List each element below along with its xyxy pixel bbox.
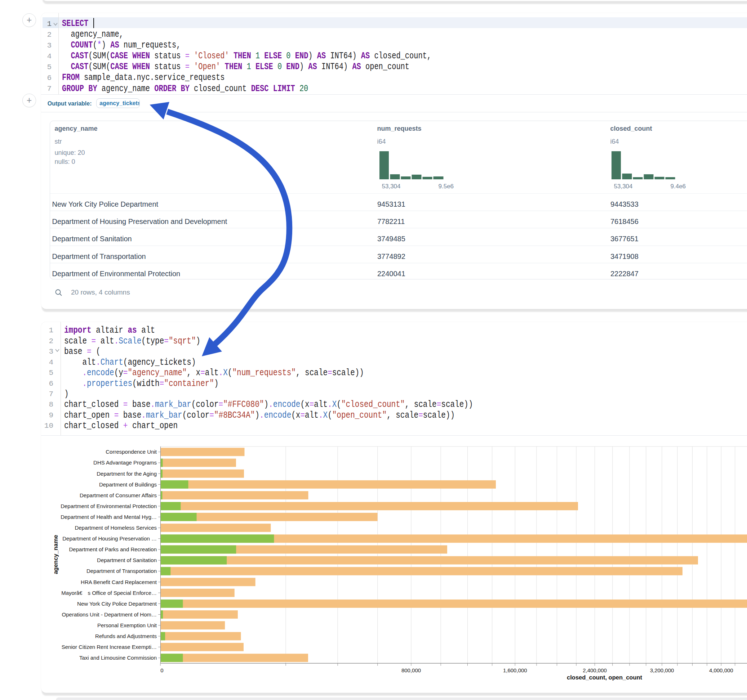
svg-text:DHS Advantage Programs: DHS Advantage Programs bbox=[93, 459, 157, 466]
svg-text:Operations Unit - Department o: Operations Unit - Department of Hom… bbox=[62, 611, 157, 617]
svg-text:agency_name: agency_name bbox=[52, 535, 59, 574]
svg-text:Department of Sanitation: Department of Sanitation bbox=[97, 557, 157, 563]
svg-text:Department of Health and Menta: Department of Health and Mental Hyg… bbox=[60, 514, 157, 520]
svg-text:3,200,000: 3,200,000 bbox=[650, 667, 674, 673]
svg-text:Department of Consumer Affairs: Department of Consumer Affairs bbox=[80, 492, 157, 498]
svg-text:0: 0 bbox=[160, 667, 163, 673]
svg-text:Department of Transportation: Department of Transportation bbox=[86, 568, 157, 574]
svg-text:Refunds and Adjustments: Refunds and Adjustments bbox=[95, 633, 157, 639]
svg-text:Senior Citizen Rent Increase E: Senior Citizen Rent Increase Exempti… bbox=[62, 644, 157, 650]
svg-text:1,600,000: 1,600,000 bbox=[503, 667, 527, 673]
svg-text:Department of Environmental Pr: Department of Environmental Protection bbox=[60, 503, 157, 509]
svg-text:800,000: 800,000 bbox=[401, 667, 421, 673]
svg-text:Department of Buildings: Department of Buildings bbox=[99, 481, 157, 487]
svg-text:closed_count, open_count: closed_count, open_count bbox=[567, 674, 643, 680]
svg-text:Mayorâ€ s Office of Special En: Mayorâ€ s Office of Special Enforce… bbox=[61, 590, 157, 596]
svg-text:Department of Parks and Recrea: Department of Parks and Recreation bbox=[69, 546, 157, 552]
svg-text:Correspondence Unit: Correspondence Unit bbox=[106, 449, 157, 455]
svg-text:New York City Police Departmen: New York City Police Department bbox=[77, 600, 157, 607]
svg-text:HRA Benefit Card Replacement: HRA Benefit Card Replacement bbox=[81, 579, 157, 585]
svg-text:Personal Exemption Unit: Personal Exemption Unit bbox=[97, 622, 157, 628]
svg-text:Department of Homeless Service: Department of Homeless Services bbox=[75, 525, 157, 531]
svg-text:Department for the Aging: Department for the Aging bbox=[97, 471, 157, 477]
svg-text:2,400,000: 2,400,000 bbox=[583, 667, 607, 673]
svg-text:Taxi and Limousine Commission: Taxi and Limousine Commission bbox=[79, 655, 157, 661]
svg-text:Department of Housing Preserva: Department of Housing Preservation … bbox=[62, 536, 157, 542]
svg-text:4,000,000: 4,000,000 bbox=[709, 667, 733, 673]
